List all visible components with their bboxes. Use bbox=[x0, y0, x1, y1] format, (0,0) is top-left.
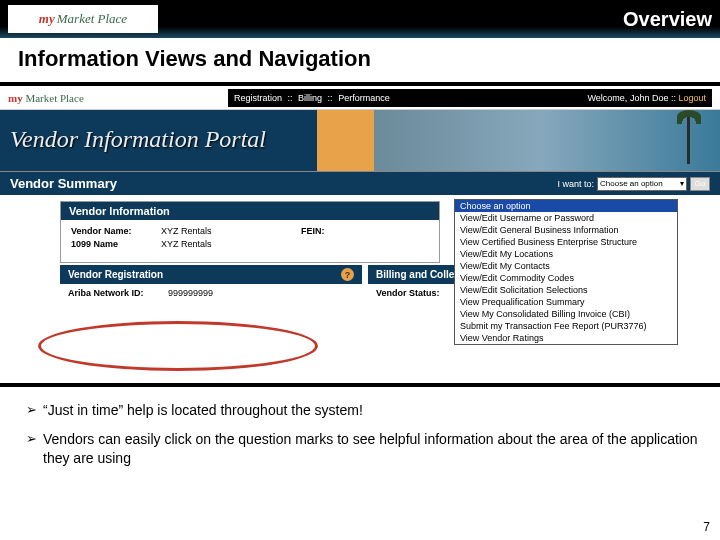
dropdown-item[interactable]: Choose an option bbox=[455, 200, 677, 212]
logo-prefix: my bbox=[39, 11, 55, 27]
vendor-name-value: XYZ Rentals bbox=[161, 226, 271, 236]
row-vendor-name: Vendor Name: XYZ Rentals FEIN: bbox=[71, 226, 429, 236]
nav-sep: :: bbox=[288, 93, 293, 103]
bullet-text: “Just in time” help is located throughou… bbox=[43, 401, 363, 420]
nav-links: Registration :: Billing :: Performance bbox=[234, 93, 393, 103]
dropdown-item[interactable]: View/Edit My Contacts bbox=[455, 260, 677, 272]
annotation-circle bbox=[38, 321, 318, 371]
ariba-label: Ariba Network ID: bbox=[68, 288, 168, 298]
iwant-label: I want to: bbox=[557, 179, 594, 189]
ariba-value: 999999999 bbox=[168, 288, 213, 298]
logout-link[interactable]: Logout bbox=[678, 93, 706, 103]
chevron-down-icon: ▾ bbox=[680, 179, 684, 188]
iwant-selected: Choose an option bbox=[600, 179, 663, 188]
name1099-label: 1099 Name bbox=[71, 239, 161, 249]
dropdown-item[interactable]: View/Edit Username or Password bbox=[455, 212, 677, 224]
palm-tree-icon bbox=[687, 114, 690, 164]
dropdown-item[interactable]: Submit my Transaction Fee Report (PUR377… bbox=[455, 320, 677, 332]
nav-billing[interactable]: Billing bbox=[298, 93, 322, 103]
iwant-select[interactable]: Choose an option ▾ bbox=[597, 177, 687, 191]
summary-label: Vendor Summary bbox=[10, 176, 117, 191]
bullet-item: ➢ “Just in time” help is located through… bbox=[26, 401, 700, 420]
row-1099-name: 1099 Name XYZ Rentals bbox=[71, 239, 429, 249]
logo-text: Market Place bbox=[57, 11, 127, 27]
app-logo: my Market Place bbox=[8, 92, 228, 104]
welcome-prefix: Welcome, bbox=[588, 93, 628, 103]
dropdown-item[interactable]: View/Edit Solicitation Selections bbox=[455, 284, 677, 296]
dropdown-item[interactable]: View/Edit General Business Information bbox=[455, 224, 677, 236]
iwant-dropdown[interactable]: Choose an option View/Edit Username or P… bbox=[454, 199, 678, 345]
name1099-value: XYZ Rentals bbox=[161, 239, 271, 249]
screenshot-frame: my Market Place Registration :: Billing … bbox=[0, 82, 720, 387]
app-topbar: my Market Place Registration :: Billing … bbox=[0, 86, 720, 110]
slide-header: my Market Place Overview bbox=[0, 0, 720, 38]
app-nav: Registration :: Billing :: Performance W… bbox=[228, 89, 712, 107]
slide-logo: my Market Place bbox=[8, 5, 158, 33]
page-number: 7 bbox=[703, 520, 710, 534]
dropdown-item[interactable]: View Prequalification Summary bbox=[455, 296, 677, 308]
fein-label: FEIN: bbox=[301, 226, 325, 236]
welcome-sep: :: bbox=[671, 93, 676, 103]
overview-label: Overview bbox=[623, 8, 712, 31]
welcome-block: Welcome, John Doe :: Logout bbox=[588, 93, 706, 103]
dropdown-item[interactable]: View/Edit My Locations bbox=[455, 248, 677, 260]
bullet-text: Vendors can easily click on the question… bbox=[43, 430, 700, 468]
nav-sep: :: bbox=[328, 93, 333, 103]
panel-body: Vendor Name: XYZ Rentals FEIN: 1099 Name… bbox=[61, 220, 439, 262]
vendor-registration-title: Vendor Registration bbox=[68, 269, 163, 280]
app-logo-prefix: my bbox=[8, 92, 23, 104]
i-want-to: I want to: Choose an option ▾ Go bbox=[557, 177, 710, 191]
vendor-registration-header: Vendor Registration ? bbox=[60, 265, 362, 284]
dropdown-item[interactable]: View My Consolidated Billing Invoice (CB… bbox=[455, 308, 677, 320]
bullet-arrow-icon: ➢ bbox=[26, 401, 37, 420]
section-title: Information Views and Navigation bbox=[0, 38, 720, 82]
help-icon[interactable]: ? bbox=[341, 268, 354, 281]
vendor-info-panel: Vendor Information Vendor Name: XYZ Rent… bbox=[60, 201, 440, 263]
summary-bar: Vendor Summary I want to: Choose an opti… bbox=[0, 172, 720, 195]
app-logo-text: Market Place bbox=[25, 92, 83, 104]
vendor-name-label: Vendor Name: bbox=[71, 226, 161, 236]
go-button[interactable]: Go bbox=[690, 177, 710, 191]
panel-title: Vendor Information bbox=[61, 202, 439, 220]
nav-performance[interactable]: Performance bbox=[338, 93, 390, 103]
dropdown-item[interactable]: View/Edit Commodity Codes bbox=[455, 272, 677, 284]
banner: Vendor Information Portal bbox=[0, 110, 720, 172]
banner-title: Vendor Information Portal bbox=[10, 126, 266, 153]
app-screenshot: my Market Place Registration :: Billing … bbox=[0, 86, 720, 383]
bullet-arrow-icon: ➢ bbox=[26, 430, 37, 468]
bullet-list: ➢ “Just in time” help is located through… bbox=[0, 387, 720, 468]
welcome-user: John Doe bbox=[630, 93, 669, 103]
dropdown-item[interactable]: View Vendor Ratings bbox=[455, 332, 677, 344]
bullet-item: ➢ Vendors can easily click on the questi… bbox=[26, 430, 700, 468]
nav-registration[interactable]: Registration bbox=[234, 93, 282, 103]
ariba-row: Ariba Network ID: 999999999 bbox=[60, 288, 362, 298]
dropdown-item[interactable]: View Certified Business Enterprise Struc… bbox=[455, 236, 677, 248]
